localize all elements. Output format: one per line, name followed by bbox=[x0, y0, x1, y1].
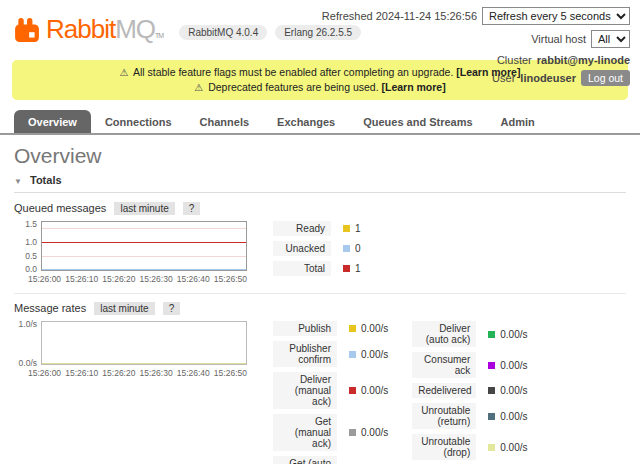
warning-icon: ⚠ bbox=[194, 82, 203, 93]
tab-admin[interactable]: Admin bbox=[487, 110, 549, 133]
legend-label[interactable]: Unroutable (return) bbox=[412, 403, 476, 429]
legend-value: 0.00/s bbox=[500, 360, 527, 371]
queued-help-icon[interactable]: ? bbox=[183, 202, 201, 215]
nav-tabs: Overview Connections Channels Exchanges … bbox=[0, 110, 640, 135]
legend-row-total: Total 1 bbox=[273, 261, 361, 276]
get-manual-ack-color-chip bbox=[349, 429, 356, 436]
tab-overview[interactable]: Overview bbox=[14, 110, 91, 133]
queued-messages-chart: 1.5 1.0 0.5 0.0 15:26:0015:26:1015:26:20… bbox=[14, 221, 247, 284]
rates-plot bbox=[41, 321, 247, 365]
legend-value: 0 bbox=[355, 243, 361, 254]
chevron-down-icon: ▼ bbox=[14, 177, 22, 186]
rates-x-axis: 15:26:0015:26:1015:26:2015:26:3015:26:40… bbox=[14, 368, 247, 378]
totals-label: Totals bbox=[30, 174, 62, 186]
consumer-ack-color-chip bbox=[488, 362, 495, 369]
legend-label[interactable]: Deliver (auto ack) bbox=[412, 321, 476, 347]
legend-value: 1 bbox=[355, 223, 361, 234]
unacked-color-chip bbox=[343, 245, 350, 252]
logo-text-mq: MQ bbox=[115, 14, 155, 44]
queued-messages-section: Queued messages last minute ? 1.5 1.0 0.… bbox=[14, 202, 626, 284]
logo-text-rabbit: Rabbit bbox=[46, 14, 115, 44]
unroutable-drop-color-chip bbox=[488, 444, 495, 451]
legend-label[interactable]: Total bbox=[273, 261, 331, 276]
rates-range-badge[interactable]: last minute bbox=[94, 302, 154, 315]
legend-row-ready: Ready 1 bbox=[273, 221, 361, 236]
total-series-line bbox=[42, 242, 246, 243]
legend-label[interactable]: Publish bbox=[273, 321, 337, 336]
legend-value: 0.00/s bbox=[361, 385, 388, 396]
legend-label[interactable]: Redelivered bbox=[412, 383, 476, 398]
queued-messages-title: Queued messages bbox=[14, 202, 106, 214]
publish-color-chip bbox=[349, 325, 356, 332]
page-title: Overview bbox=[14, 144, 626, 168]
user-label: User bbox=[492, 72, 515, 84]
legend-label[interactable]: Publisher confirm bbox=[273, 341, 337, 367]
legend-value: 0.00/s bbox=[500, 385, 527, 396]
rates-legend: Publish0.00/s Publisher confirm0.00/s De… bbox=[273, 321, 528, 464]
legend-label[interactable]: Unacked bbox=[273, 241, 331, 256]
virtual-host-select[interactable]: All bbox=[591, 30, 630, 48]
legend-value: 0.00/s bbox=[500, 329, 527, 340]
queued-messages-head: Queued messages last minute ? bbox=[14, 202, 626, 214]
cluster-label: Cluster bbox=[497, 54, 532, 66]
queued-legend: Ready 1 Unacked 0 Total 1 bbox=[273, 221, 361, 281]
rabbitmq-logo-icon bbox=[14, 17, 40, 43]
legend-row-unacked: Unacked 0 bbox=[273, 241, 361, 256]
tab-connections[interactable]: Connections bbox=[91, 110, 186, 133]
refresh-interval-select[interactable]: Refresh every 5 seconds bbox=[482, 7, 630, 25]
legend-value: 0.00/s bbox=[361, 427, 388, 438]
legend-label[interactable]: Ready bbox=[273, 221, 331, 236]
legend-value: 1 bbox=[355, 263, 361, 274]
app-header: RabbitMQTM RabbitMQ 4.0.4 Erlang 26.2.5.… bbox=[0, 0, 640, 60]
total-color-chip bbox=[343, 265, 350, 272]
tab-exchanges[interactable]: Exchanges bbox=[263, 110, 349, 133]
legend-label[interactable]: Get (manual ack) bbox=[273, 414, 337, 451]
rates-legend-right: Deliver (auto ack)0.00/s Consumer ack0.0… bbox=[412, 321, 527, 464]
unroutable-return-color-chip bbox=[488, 413, 495, 420]
user-name: linodeuser bbox=[520, 72, 576, 84]
legend-value: 0.00/s bbox=[361, 349, 388, 360]
queued-y-axis: 1.5 1.0 0.5 0.0 bbox=[14, 221, 41, 271]
logo-text: RabbitMQTM bbox=[46, 14, 163, 45]
header-right: Refreshed 2024-11-24 15:26:56 Refresh ev… bbox=[322, 6, 630, 89]
virtual-host-label: Virtual host bbox=[531, 33, 586, 45]
rates-y-axis: 1.0/s 0.0/s bbox=[14, 321, 41, 365]
legend-label[interactable]: Unroutable (drop) bbox=[412, 434, 476, 460]
legend-label[interactable]: Get (auto ack) bbox=[273, 456, 337, 464]
rates-legend-left: Publish0.00/s Publisher confirm0.00/s De… bbox=[273, 321, 388, 464]
logo-trademark: TM bbox=[155, 32, 163, 39]
queued-plot bbox=[41, 221, 247, 271]
totals-section-toggle[interactable]: ▼ Totals bbox=[14, 172, 626, 193]
publisher-confirm-color-chip bbox=[349, 351, 356, 358]
deliver-auto-ack-color-chip bbox=[488, 331, 495, 338]
message-rates-chart: 1.0/s 0.0/s 15:26:0015:26:1015:26:2015:2… bbox=[14, 321, 247, 378]
logout-button[interactable]: Log out bbox=[581, 70, 630, 86]
legend-label[interactable]: Consumer ack bbox=[412, 352, 476, 378]
cluster-name: rabbit@my-linode bbox=[537, 54, 630, 66]
legend-value: 0.00/s bbox=[361, 323, 388, 334]
queued-x-axis: 15:26:0015:26:1015:26:2015:26:3015:26:40… bbox=[14, 274, 247, 284]
tab-channels[interactable]: Channels bbox=[186, 110, 264, 133]
ready-color-chip bbox=[343, 225, 350, 232]
message-rates-section: Message rates last minute ? 1.0/s 0.0/s … bbox=[14, 293, 626, 464]
redelivered-color-chip bbox=[488, 387, 495, 394]
legend-label[interactable]: Deliver (manual ack) bbox=[273, 372, 337, 409]
main-content: Overview ▼ Totals Queued messages last m… bbox=[0, 144, 640, 464]
deliver-manual-ack-color-chip bbox=[349, 387, 356, 394]
rabbitmq-version-badge: RabbitMQ 4.0.4 bbox=[179, 25, 267, 40]
rates-zero-line bbox=[42, 363, 246, 364]
tab-queues-and-streams[interactable]: Queues and Streams bbox=[349, 110, 486, 133]
queued-range-badge[interactable]: last minute bbox=[114, 202, 174, 215]
message-rates-head: Message rates last minute ? bbox=[14, 302, 626, 314]
unacked-series-line bbox=[42, 269, 246, 270]
refreshed-timestamp: Refreshed 2024-11-24 15:26:56 bbox=[322, 10, 477, 22]
rates-help-icon[interactable]: ? bbox=[163, 302, 181, 315]
warning-icon: ⚠ bbox=[120, 67, 129, 78]
message-rates-title: Message rates bbox=[14, 302, 86, 314]
legend-value: 0.00/s bbox=[500, 411, 527, 422]
legend-value: 0.00/s bbox=[500, 442, 527, 453]
